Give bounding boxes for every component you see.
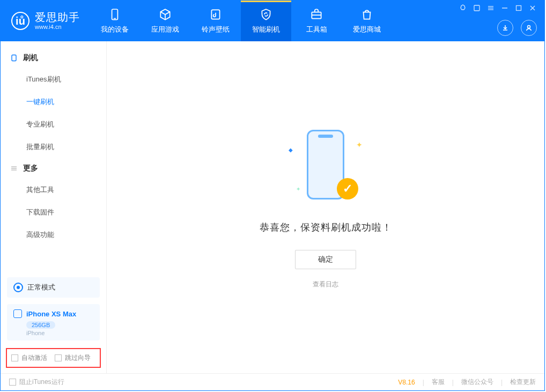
nav-label: 我的设备	[101, 25, 129, 34]
status-bar: 阻止iTunes运行 V8.16 | 客服 | 微信公众号 | 检查更新	[1, 373, 544, 390]
feedback-icon[interactable]	[459, 4, 467, 12]
skin-icon[interactable]	[473, 4, 481, 12]
nav-store[interactable]: 爱思商城	[342, 1, 392, 41]
checkbox-icon	[11, 354, 18, 361]
account-button[interactable]	[521, 20, 537, 36]
sidebar-item-batch-flash[interactable]: 批量刷机	[1, 136, 106, 158]
list-icon	[10, 165, 18, 172]
minimize-button[interactable]	[500, 4, 509, 12]
nav-ringtones[interactable]: 铃声壁纸	[190, 1, 241, 41]
close-button[interactable]	[528, 4, 537, 12]
logo-icon: iů	[11, 12, 29, 30]
mode-card[interactable]: 正常模式	[7, 277, 100, 298]
device-name: iPhone XS Max	[26, 310, 76, 318]
checkbox-block-itunes[interactable]: 阻止iTunes运行	[9, 378, 64, 387]
mode-label: 正常模式	[27, 283, 55, 292]
download-manager-button[interactable]	[497, 20, 513, 36]
sidebar-item-pro-flash[interactable]: 专业刷机	[1, 113, 106, 136]
svg-rect-13	[12, 55, 16, 61]
svg-rect-0	[474, 5, 479, 11]
nav-apps[interactable]: 应用游戏	[140, 1, 190, 41]
flash-options-highlighted: 自动激活 跳过向导	[6, 348, 101, 368]
view-log-link[interactable]: 查看日志	[313, 280, 338, 289]
checkbox-label: 阻止iTunes运行	[19, 378, 64, 387]
device-capacity: 256GB	[26, 321, 55, 329]
main-content: ◆ ✦ ✦ ✓ 恭喜您，保资料刷机成功啦！ 确定 查看日志	[107, 41, 544, 373]
bag-icon	[360, 8, 374, 21]
sidebar-item-other-tools[interactable]: 其他工具	[1, 179, 106, 201]
group-title-label: 刷机	[23, 53, 38, 63]
logo-area: iů 爱思助手 www.i4.cn	[1, 1, 90, 41]
phone-icon	[13, 309, 22, 318]
nav-flash[interactable]: 智能刷机	[241, 1, 291, 41]
main-nav: 我的设备 应用游戏 铃声壁纸 智能刷机 工具箱 爱思商城	[90, 1, 392, 41]
sidebar-item-advanced[interactable]: 高级功能	[1, 224, 106, 246]
svg-point-12	[528, 26, 530, 28]
checkbox-icon	[55, 354, 62, 361]
device-icon	[10, 54, 18, 62]
nav-label: 智能刷机	[252, 25, 280, 34]
menu-icon[interactable]	[486, 4, 495, 12]
device-type: iPhone	[26, 330, 93, 336]
nav-label: 铃声壁纸	[202, 25, 230, 34]
footer-link-update[interactable]: 检查更新	[510, 378, 536, 387]
nav-label: 应用游戏	[151, 25, 179, 34]
mode-icon	[13, 283, 23, 292]
footer-link-wechat[interactable]: 微信公众号	[461, 378, 493, 387]
checkbox-auto-activate[interactable]: 自动激活	[11, 353, 47, 363]
sidebar-group-more: 更多	[1, 158, 106, 179]
success-message: 恭喜您，保资料刷机成功啦！	[260, 221, 392, 234]
nav-my-device[interactable]: 我的设备	[90, 1, 140, 41]
sidebar: 刷机 iTunes刷机 一键刷机 专业刷机 批量刷机 更多 其他工具 下载固件 …	[1, 41, 107, 373]
checkbox-label: 自动激活	[21, 353, 47, 363]
device-card[interactable]: iPhone XS Max 256GB iPhone	[7, 304, 100, 341]
nav-label: 爱思商城	[353, 25, 381, 34]
group-title-label: 更多	[23, 164, 38, 173]
ok-button[interactable]: 确定	[295, 250, 356, 269]
checkbox-icon	[9, 379, 16, 386]
svg-rect-5	[517, 6, 521, 11]
nav-label: 工具箱	[306, 25, 327, 34]
version-label: V8.16	[398, 379, 415, 386]
success-illustration: ◆ ✦ ✦ ✓	[285, 125, 366, 206]
toolbox-icon	[309, 8, 323, 21]
sidebar-item-oneclick-flash[interactable]: 一键刷机	[1, 91, 106, 113]
sidebar-item-itunes-flash[interactable]: iTunes刷机	[1, 68, 106, 91]
cube-icon	[158, 8, 172, 21]
music-icon	[209, 8, 223, 21]
app-url: www.i4.cn	[35, 24, 80, 31]
shield-refresh-icon	[259, 8, 273, 21]
sidebar-item-download-firmware[interactable]: 下载固件	[1, 201, 106, 224]
sidebar-group-flash: 刷机	[1, 48, 106, 68]
checkbox-label: 跳过向导	[65, 353, 91, 363]
window-controls	[459, 4, 537, 12]
checkbox-skip-guide[interactable]: 跳过向导	[55, 353, 91, 363]
footer-link-support[interactable]: 客服	[432, 378, 445, 387]
nav-toolbox[interactable]: 工具箱	[291, 1, 342, 41]
phone-icon	[108, 8, 122, 21]
maximize-button[interactable]	[514, 4, 523, 12]
checkmark-badge-icon: ✓	[337, 178, 358, 199]
app-name: 爱思助手	[35, 11, 80, 24]
